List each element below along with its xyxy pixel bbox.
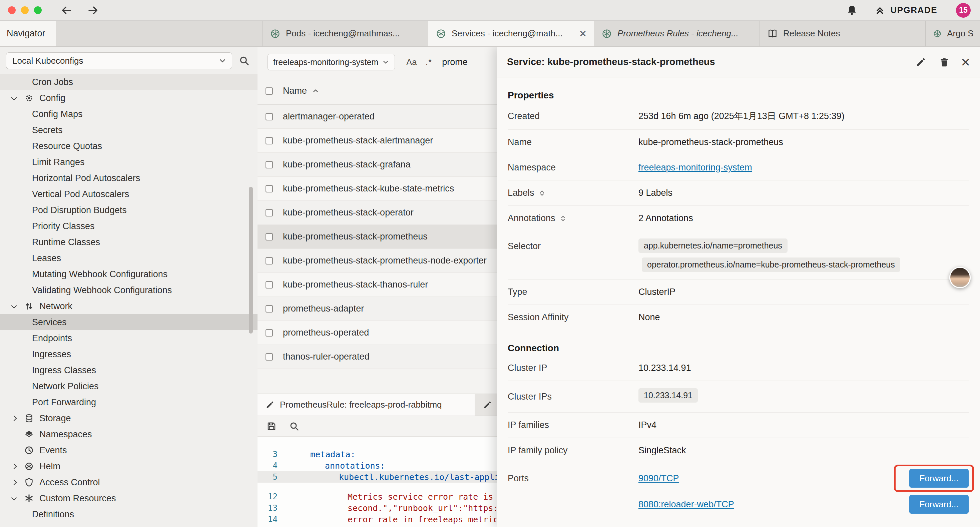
row-checkbox[interactable] xyxy=(266,137,273,145)
tab-services[interactable]: Services - icecheng@math... × xyxy=(428,21,594,46)
regex-toggle[interactable]: .* xyxy=(426,57,432,67)
tab-prometheus-rules[interactable]: Prometheus Rules - icecheng... xyxy=(594,21,760,46)
tab-close-icon[interactable]: × xyxy=(579,28,586,40)
bell-icon xyxy=(846,4,858,17)
sidebar-item-namespaces[interactable]: Namespaces xyxy=(0,426,258,442)
row-checkbox[interactable] xyxy=(266,353,273,361)
sidebar-item-ingress-classes[interactable]: Ingress Classes xyxy=(0,362,258,378)
row-checkbox[interactable] xyxy=(266,185,273,193)
sidebar-item-access-control[interactable]: Access Control xyxy=(0,474,258,490)
sidebar-item-network[interactable]: Network xyxy=(0,298,258,314)
user-avatar[interactable] xyxy=(949,267,970,288)
sidebar-item-helm[interactable]: Helm xyxy=(0,458,258,474)
sidebar-item-priority-classes[interactable]: Priority Classes xyxy=(0,218,258,234)
sidebar-item-validating-webhook-configurations[interactable]: Validating Webhook Configurations xyxy=(0,282,258,298)
port-link-9090[interactable]: 9090/TCP xyxy=(638,473,679,484)
connection-heading: Connection xyxy=(508,341,969,355)
search-input[interactable] xyxy=(442,57,495,67)
sidebar-item-horizontal-pod-autoscalers[interactable]: Horizontal Pod Autoscalers xyxy=(0,170,258,186)
sidebar-item-pod-disruption-budgets[interactable]: Pod Disruption Budgets xyxy=(0,202,258,218)
details-body: Properties Created 253d 16h 6m ago (2025… xyxy=(497,88,980,519)
sidebar-item-services[interactable]: Services xyxy=(0,314,258,330)
dock-tab-prometheusrule[interactable]: PrometheusRule: freeleaps-prod-rabbitmq xyxy=(258,394,475,416)
edit-button[interactable] xyxy=(914,55,928,69)
search-icon xyxy=(239,55,250,66)
chevron-down-icon xyxy=(12,96,24,100)
chevron-right-icon xyxy=(12,416,24,420)
tab-label: Services - icecheng@math... xyxy=(452,29,563,39)
back-button[interactable] xyxy=(59,3,74,18)
edit-pencil-icon xyxy=(483,400,492,409)
editor-search-button[interactable] xyxy=(289,421,299,431)
sidebar-item-resource-quotas[interactable]: Resource Quotas xyxy=(0,138,258,154)
detail-row-cluster-ip: Cluster IP 10.233.14.91 xyxy=(508,355,969,381)
sidebar-item-network-policies[interactable]: Network Policies xyxy=(0,378,258,394)
sidebar-item-events[interactable]: Events xyxy=(0,442,258,458)
navigator-title: Navigator xyxy=(0,21,56,46)
window-minimize-button[interactable] xyxy=(21,6,29,14)
port-link-8080-reloader-web[interactable]: 8080:reloader-web/TCP xyxy=(638,499,734,509)
sidebar-item-config[interactable]: Config xyxy=(0,90,258,106)
window-zoom-button[interactable] xyxy=(34,6,42,14)
forward-button[interactable]: Forward... xyxy=(909,495,969,514)
tab-argo[interactable]: Argo Se xyxy=(926,21,980,46)
row-checkbox[interactable] xyxy=(266,113,273,120)
sidebar-item-port-forwarding[interactable]: Port Forwarding xyxy=(0,394,258,410)
sidebar-item-config-maps[interactable]: Config Maps xyxy=(0,106,258,122)
case-sensitive-toggle[interactable]: Aa xyxy=(406,57,417,67)
expand-updown-icon[interactable] xyxy=(538,189,546,197)
row-checkbox[interactable] xyxy=(266,233,273,240)
row-checkbox[interactable] xyxy=(266,329,273,336)
row-checkbox[interactable] xyxy=(266,257,273,264)
sidebar-item-cron-jobs[interactable]: Cron Jobs xyxy=(0,74,258,90)
tab-pods[interactable]: Pods - icecheng@mathmas... xyxy=(262,21,428,46)
sidebar-item-secrets[interactable]: Secrets xyxy=(0,122,258,138)
row-checkbox[interactable] xyxy=(266,281,273,288)
close-icon[interactable]: × xyxy=(961,54,970,70)
upgrade-button[interactable]: UPGRADE xyxy=(874,5,937,16)
storage-icon xyxy=(24,413,39,423)
forward-button[interactable]: Forward... xyxy=(909,469,969,488)
name-column-header[interactable]: Name xyxy=(283,86,320,96)
delete-button[interactable] xyxy=(937,55,951,69)
sort-ascending-icon xyxy=(312,87,320,95)
dock-tab-label: PrometheusRule: freeleaps-prod-rabbitmq xyxy=(280,400,442,410)
window-close-button[interactable] xyxy=(8,6,16,14)
detail-row-type: Type ClusterIP xyxy=(508,280,969,305)
sidebar-item-custom-resources[interactable]: Custom Resources xyxy=(0,490,258,506)
notifications-button[interactable] xyxy=(846,4,858,17)
helm-wheel-icon xyxy=(24,461,39,471)
tab-release-notes[interactable]: Release Notes xyxy=(760,21,926,46)
row-checkbox[interactable] xyxy=(266,161,273,169)
sidebar-item-ingresses[interactable]: Ingresses xyxy=(0,346,258,362)
events-clock-icon xyxy=(24,445,39,455)
network-arrows-icon xyxy=(24,301,39,311)
notification-badge[interactable]: 15 xyxy=(956,3,970,18)
service-details-panel: Service: kube-prometheus-stack-prometheu… xyxy=(497,47,980,527)
row-checkbox[interactable] xyxy=(266,305,273,312)
namespace-link[interactable]: freeleaps-monitoring-system xyxy=(638,162,752,172)
expand-updown-icon[interactable] xyxy=(559,215,567,222)
sidebar-item-limit-ranges[interactable]: Limit Ranges xyxy=(0,154,258,170)
sidebar-item-mutating-webhook-configurations[interactable]: Mutating Webhook Configurations xyxy=(0,266,258,282)
chevron-right-icon xyxy=(12,480,24,484)
row-checkbox[interactable] xyxy=(266,209,273,217)
dock-tab-partial[interactable] xyxy=(475,394,500,416)
sidebar-item-endpoints[interactable]: Endpoints xyxy=(0,330,258,346)
sidebar-search-button[interactable] xyxy=(236,53,252,69)
select-all-checkbox[interactable] xyxy=(266,88,273,95)
kubernetes-icon xyxy=(436,29,446,39)
kubeconfig-selector[interactable]: Local Kubeconfigs xyxy=(6,53,232,69)
forward-button[interactable] xyxy=(86,3,100,18)
shield-icon xyxy=(24,477,39,487)
sidebar-item-definitions[interactable]: Definitions xyxy=(0,506,258,522)
detail-row-ip-family-policy: IP family policy SingleStack xyxy=(508,438,969,463)
sidebar-scrollbar[interactable] xyxy=(249,187,253,334)
save-button[interactable] xyxy=(266,421,277,431)
sidebar-item-storage[interactable]: Storage xyxy=(0,410,258,426)
sidebar-item-runtime-classes[interactable]: Runtime Classes xyxy=(0,234,258,250)
sidebar-item-leases[interactable]: Leases xyxy=(0,250,258,266)
sidebar-item-vertical-pod-autoscalers[interactable]: Vertical Pod Autoscalers xyxy=(0,186,258,202)
titlebar: UPGRADE 15 xyxy=(0,0,980,21)
namespace-selector[interactable]: freeleaps-monitoring-system xyxy=(267,54,395,70)
